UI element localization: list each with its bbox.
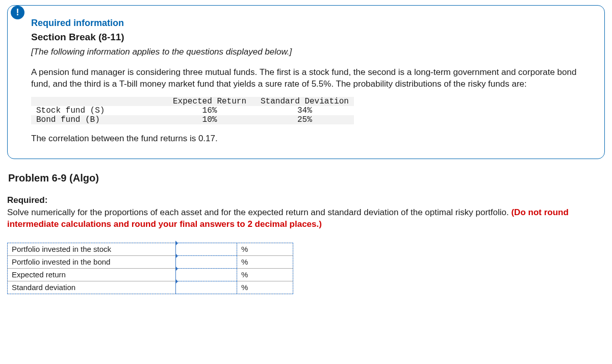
- alert-icon: !: [11, 6, 24, 19]
- answer-label: Portfolio invested in the bond: [8, 255, 176, 268]
- required-info-box: ! Required information Section Break (8-…: [7, 5, 605, 159]
- fund-name: Stock fund (S): [31, 106, 164, 115]
- intro-text: [The following information applies to th…: [31, 47, 589, 57]
- answer-row: Standard deviation %: [8, 281, 293, 294]
- required-info-heading: Required information: [31, 18, 589, 29]
- answer-input-expected-return[interactable]: [176, 269, 237, 281]
- answer-unit: %: [237, 243, 293, 255]
- correlation-text: The correlation between the fund returns…: [31, 133, 589, 144]
- table-header-std-dev: Standard Deviation: [256, 97, 354, 106]
- funds-table: Expected Return Standard Deviation Stock…: [31, 97, 354, 124]
- answer-section: Portfolio invested in the stock % Portfo…: [7, 243, 605, 294]
- answer-row: Expected return %: [8, 268, 293, 281]
- answer-input-std-dev[interactable]: [176, 281, 237, 294]
- answer-table: Portfolio invested in the stock % Portfo…: [7, 243, 293, 294]
- answer-input-bond[interactable]: [176, 256, 237, 268]
- answer-label: Portfolio invested in the stock: [8, 243, 176, 255]
- required-text: Solve numerically for the proportions of…: [7, 206, 605, 230]
- answer-label: Standard deviation: [8, 281, 176, 294]
- section-break-heading: Section Break (8-11): [31, 32, 589, 43]
- required-body: Solve numerically for the proportions of…: [7, 207, 511, 217]
- table-header-expected-return: Expected Return: [164, 97, 256, 106]
- answer-unit: %: [237, 281, 293, 294]
- fund-er: 16%: [164, 106, 256, 115]
- fund-sd: 34%: [256, 106, 354, 115]
- answer-input-stock[interactable]: [176, 243, 237, 255]
- answer-row: Portfolio invested in the bond %: [8, 255, 293, 268]
- answer-unit: %: [237, 268, 293, 281]
- required-label: Required:: [7, 195, 605, 205]
- answer-row: Portfolio invested in the stock %: [8, 243, 293, 255]
- answer-label: Expected return: [8, 268, 176, 281]
- problem-title: Problem 6-9 (Algo): [8, 172, 605, 184]
- table-header-blank: [31, 97, 164, 106]
- fund-er: 10%: [164, 115, 256, 124]
- answer-unit: %: [237, 255, 293, 268]
- scenario-text: A pension fund manager is considering th…: [31, 66, 589, 90]
- fund-name: Bond fund (B): [31, 115, 164, 124]
- fund-sd: 25%: [256, 115, 354, 124]
